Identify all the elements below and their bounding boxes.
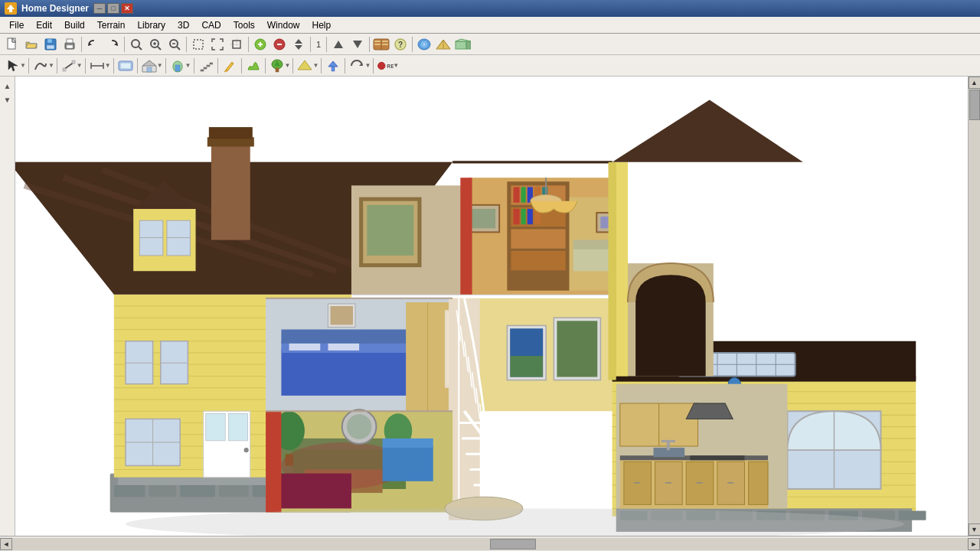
dimension-dropdown[interactable]: ▼ [105, 62, 111, 69]
door-tool-button[interactable] [168, 57, 187, 74]
new-button[interactable] [3, 36, 21, 53]
scroll-up-button[interactable]: ▲ [969, 77, 981, 89]
menu-window[interactable]: Window [261, 17, 306, 33]
search-button[interactable] [127, 36, 145, 53]
svg-rect-56 [72, 60, 75, 64]
menu-build[interactable]: Build [58, 17, 91, 33]
vertical-scrollbar[interactable]: ▲ ▼ [968, 77, 980, 536]
menu-tools[interactable]: Tools [227, 17, 261, 33]
remove-button[interactable] [270, 36, 289, 53]
view-plan-button[interactable] [453, 36, 472, 53]
svg-rect-79 [332, 67, 335, 71]
catalog-button[interactable] [372, 36, 390, 53]
scroll-arrows-button[interactable] [289, 36, 308, 53]
tb2-separator-3 [85, 58, 86, 73]
svg-rect-89 [219, 485, 249, 497]
svg-marker-31 [295, 39, 302, 44]
scroll-left-button[interactable]: ◄ [0, 538, 12, 550]
shape-tool-button[interactable] [296, 57, 314, 74]
zoom-in-button[interactable] [146, 36, 165, 53]
select-rect-button[interactable] [189, 36, 207, 53]
plant-dropdown[interactable]: ▼ [285, 62, 291, 69]
fullscreen-button[interactable] [208, 36, 227, 53]
svg-rect-166 [281, 349, 421, 396]
svg-rect-170 [281, 330, 421, 344]
tb2-separator-2 [57, 58, 57, 73]
view-3d-button[interactable] [415, 36, 433, 53]
redo-button[interactable] [103, 36, 122, 53]
terrain-tool-button[interactable] [244, 57, 263, 74]
help-button[interactable]: ? [391, 36, 410, 53]
menu-file[interactable]: File [3, 17, 30, 33]
spline-dropdown[interactable]: ▼ [48, 62, 54, 69]
menu-edit[interactable]: Edit [30, 17, 58, 33]
minimize-button[interactable]: ─ [93, 3, 106, 14]
toolbar-separator-4 [248, 37, 249, 52]
up-arrow-button[interactable] [329, 36, 348, 53]
close-button[interactable]: ✕ [121, 3, 133, 14]
stair-tool-button[interactable] [197, 57, 215, 74]
perspective-button[interactable] [434, 36, 452, 53]
menu-terrain[interactable]: Terrain [91, 17, 132, 33]
undo-button[interactable] [84, 36, 103, 53]
house-tool-button[interactable] [140, 57, 158, 74]
horizontal-scrollbar[interactable]: ◄ ► [0, 536, 980, 551]
scroll-track[interactable] [969, 89, 981, 523]
scroll-thumb[interactable] [969, 90, 980, 120]
scroll-right-button[interactable]: ► [968, 538, 980, 550]
tb2-separator-7 [194, 58, 194, 73]
print-button[interactable] [60, 36, 79, 53]
shape-dropdown[interactable]: ▼ [312, 62, 318, 69]
svg-rect-40 [382, 44, 388, 45]
arrow-tool-dropdown[interactable]: ▼ [20, 62, 26, 69]
line-dropdown[interactable]: ▼ [77, 62, 83, 69]
menu-help[interactable]: Help [305, 17, 337, 33]
toolbar-separator-5 [310, 37, 311, 52]
svg-rect-262 [690, 455, 744, 460]
svg-rect-193 [510, 356, 543, 377]
menu-cad[interactable]: CAD [195, 17, 227, 33]
maximize-button[interactable]: □ [107, 3, 119, 14]
svg-rect-151 [513, 209, 519, 224]
left-arrow-down[interactable]: ▼ [2, 93, 14, 106]
scroll-down-button[interactable]: ▼ [969, 523, 981, 536]
pencil-tool-button[interactable] [220, 57, 239, 74]
plant-tool-button[interactable] [268, 57, 286, 74]
save-button[interactable] [41, 36, 60, 53]
spline-tool-button[interactable] [31, 57, 50, 74]
rotate-dropdown[interactable]: ▼ [364, 62, 371, 69]
house-dropdown[interactable]: ▼ [157, 62, 163, 69]
svg-rect-38 [374, 44, 381, 45]
svg-marker-63 [142, 60, 156, 66]
view-tool-button[interactable] [116, 57, 135, 74]
toolbar-separator-1 [81, 37, 82, 52]
down-arrow-button[interactable] [348, 36, 367, 53]
fit-extent-button[interactable] [227, 36, 246, 53]
menu-3d[interactable]: 3D [172, 17, 195, 33]
svg-rect-2 [9, 9, 12, 12]
add-button[interactable] [251, 36, 270, 53]
svg-rect-212 [266, 411, 281, 512]
dimension-tool-button[interactable] [88, 57, 106, 74]
toolbar-separator-2 [124, 37, 125, 52]
svg-marker-71 [226, 62, 234, 71]
record-button[interactable]: REC [376, 57, 394, 74]
svg-rect-69 [207, 65, 210, 67]
rotate-button[interactable] [348, 57, 366, 74]
door-dropdown[interactable]: ▼ [185, 62, 191, 69]
svg-marker-52 [466, 41, 471, 49]
svg-rect-10 [67, 45, 73, 48]
open-button[interactable] [22, 36, 41, 53]
arrow-tool-button[interactable] [3, 57, 21, 74]
left-arrow-up[interactable]: ▲ [2, 80, 14, 92]
h-scroll-track[interactable] [12, 538, 968, 550]
record-dropdown[interactable]: ▼ [393, 62, 399, 69]
svg-rect-145 [511, 251, 565, 270]
menu-library[interactable]: Library [131, 17, 172, 33]
elevate-button[interactable] [324, 57, 342, 74]
line-tool-button[interactable] [60, 57, 78, 74]
canvas-area[interactable] [15, 77, 968, 536]
main-area: ▲ ▼ [0, 77, 980, 536]
zoom-out-button[interactable] [165, 36, 184, 53]
h-scroll-thumb[interactable] [490, 539, 536, 549]
